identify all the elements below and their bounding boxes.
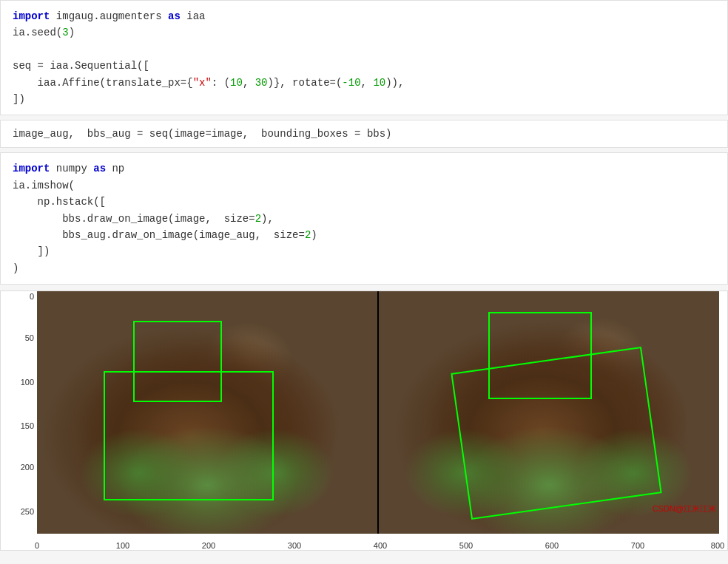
y-label-250: 250 bbox=[21, 507, 34, 516]
number: 3 bbox=[62, 27, 68, 38]
y-label-100: 100 bbox=[21, 378, 34, 387]
code-line: image_aug, bbs_aug = seq(image=image, bo… bbox=[13, 128, 715, 140]
number: -10 bbox=[342, 77, 360, 89]
x-axis: 0 100 200 300 400 500 600 700 800 bbox=[37, 535, 719, 550]
code-line: ]) bbox=[13, 243, 715, 259]
number: 10 bbox=[230, 77, 243, 89]
code-block-2: image_aug, bbs_aug = seq(image=image, bo… bbox=[0, 120, 728, 148]
code-line: ]) bbox=[13, 91, 715, 107]
x-label-200: 200 bbox=[202, 541, 215, 550]
plot-container: 0 50 100 150 200 250 CSD bbox=[9, 291, 719, 550]
code-line: import imgaug.augmenters as iaa bbox=[13, 8, 715, 24]
y-label-200: 200 bbox=[21, 463, 34, 472]
bbox-capybara-left bbox=[104, 371, 274, 500]
x-label-500: 500 bbox=[459, 541, 473, 550]
code-line: seq = iaa.Sequential([ bbox=[13, 58, 715, 74]
watermark: CSDN@江米江米 bbox=[653, 503, 716, 514]
y-axis: 0 50 100 150 200 250 bbox=[9, 291, 37, 550]
y-label-50: 50 bbox=[25, 333, 34, 342]
bbox-capybara-right bbox=[451, 347, 661, 520]
image-divider bbox=[377, 291, 379, 534]
code-line: import numpy as np bbox=[13, 160, 715, 177]
x-label-800: 800 bbox=[711, 541, 724, 550]
code-line: ia.imshow( bbox=[13, 177, 715, 194]
x-label-100: 100 bbox=[116, 541, 129, 550]
number: 2 bbox=[255, 213, 261, 225]
string: "x" bbox=[193, 77, 212, 89]
number: 2 bbox=[305, 229, 311, 241]
x-label-400: 400 bbox=[374, 541, 387, 550]
code-line bbox=[13, 41, 715, 58]
y-label-150: 150 bbox=[21, 421, 34, 430]
keyword: import bbox=[13, 10, 50, 22]
images-container: CSDN@江米江米 bbox=[37, 291, 719, 534]
number: 30 bbox=[255, 77, 268, 89]
code-line: ia.seed(3) bbox=[13, 24, 715, 41]
code-line: bbs.draw_on_image(image, size=2), bbox=[13, 211, 715, 227]
x-label-0: 0 bbox=[35, 541, 39, 550]
code-line: iaa.Affine(translate_px={"x": (10, 30)},… bbox=[13, 75, 715, 91]
x-label-700: 700 bbox=[631, 541, 644, 550]
keyword-as: as bbox=[93, 163, 106, 174]
keyword: import bbox=[13, 163, 50, 174]
number: 10 bbox=[373, 77, 385, 89]
keyword-as: as bbox=[168, 10, 181, 22]
code-block-3: import numpy as np ia.imshow( np.hstack(… bbox=[0, 152, 728, 285]
x-label-300: 300 bbox=[288, 541, 301, 550]
code-line: bbs_aug.draw_on_image(image_aug, size=2) bbox=[13, 227, 715, 243]
code-line: ) bbox=[13, 260, 715, 276]
x-label-600: 600 bbox=[545, 541, 559, 550]
code-line: np.hstack([ bbox=[13, 194, 715, 210]
code-block-1: import imgaug.augmenters as iaa ia.seed(… bbox=[0, 0, 728, 115]
y-label-0: 0 bbox=[30, 292, 34, 301]
image-section: 0 50 100 150 200 250 CSD bbox=[0, 291, 728, 551]
